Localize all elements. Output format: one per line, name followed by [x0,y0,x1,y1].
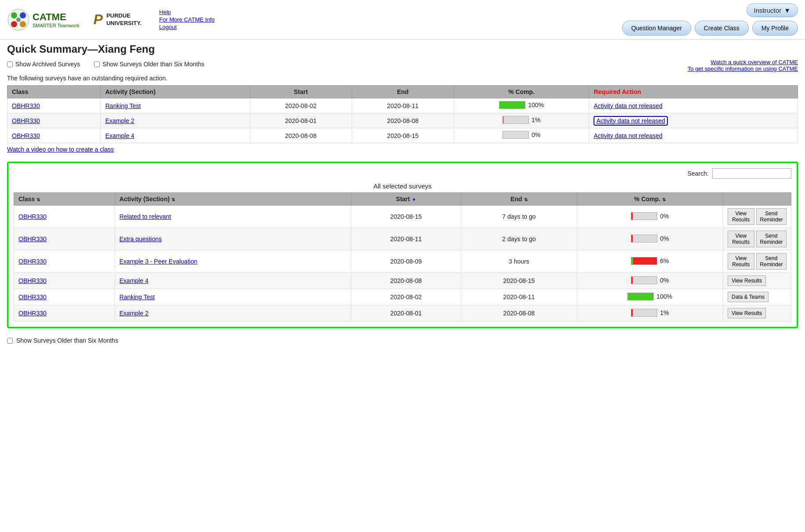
survey-class-link[interactable]: OBHR330 [18,258,47,265]
survey-row-pct: 1% [577,305,723,322]
watch-overview-link[interactable]: Watch a quick overview of CATME [688,59,798,65]
table-row-action: Activity data not released [589,98,798,113]
sort-icon-activity: ⇅ [171,197,175,202]
survey-row-actions: Data & Teams [723,289,791,305]
top-header: CATME SMARTER Teamwork P PURDUEUNIVERSIT… [0,0,805,40]
outstanding-table: Class Activity (Section) Start End % Com… [7,85,798,143]
survey-row-end: 2020-08-11 [461,289,577,305]
logout-link[interactable]: Logout [159,24,215,30]
survey-class-link[interactable]: OBHR330 [18,310,47,317]
action-button[interactable]: View Results [728,231,754,247]
help-link[interactable]: Help [159,9,215,15]
action-button[interactable]: Send Reminder [756,253,787,270]
table-row-activity: Ranking Test [101,98,250,113]
create-class-button[interactable]: Create Class [695,21,749,36]
action-link-circled[interactable]: Activity data not released [594,116,667,126]
survey-row-actions: View Results [723,305,791,322]
surveys-col-start[interactable]: Start ▼ [351,193,461,206]
action-link[interactable]: Activity data not released [594,102,662,109]
my-profile-button[interactable]: My Profile [752,21,798,36]
header-right: Instructor ▼ Question Manager Create Cla… [622,4,798,36]
instructor-dropdown[interactable]: Instructor ▼ [747,4,798,17]
action-button[interactable]: Data & Teams [728,292,769,302]
activity-link[interactable]: Example 2 [105,117,134,124]
survey-class-link[interactable]: OBHR330 [18,213,47,220]
table-row-pct: 1% [454,113,589,128]
surveys-col-actions [723,193,791,206]
class-link[interactable]: OBHR330 [12,102,40,109]
col-end: End [352,86,454,98]
activity-link[interactable]: Ranking Test [105,102,141,109]
table-row-start: 2020-08-08 [250,128,352,143]
survey-row-activity: Ranking Test [115,289,351,305]
specific-info-link[interactable]: To get specific information on using CAT… [688,65,798,72]
all-surveys-title: All selected surveys [14,182,791,190]
dropdown-arrow-icon: ▼ [784,7,790,14]
surveys-col-end[interactable]: End ⇅ [461,193,577,206]
survey-activity-link[interactable]: Example 2 [120,310,149,317]
col-class: Class [7,86,101,98]
surveys-col-class[interactable]: Class ⇅ [14,193,115,206]
logo-area: CATME SMARTER Teamwork P PURDUEUNIVERSIT… [7,8,215,31]
action-button[interactable]: View Results [728,275,766,286]
survey-row-actions: View ResultsSend Reminder [723,250,791,273]
action-button[interactable]: View Results [728,308,766,318]
survey-class-link[interactable]: OBHR330 [18,235,47,242]
svg-point-3 [11,21,17,27]
video-link[interactable]: Watch a video on how to create a class [7,146,798,153]
survey-activity-link[interactable]: Example 3 - Peer Evaluation [120,258,197,265]
action-button[interactable]: View Results [728,208,754,225]
question-manager-button[interactable]: Question Manager [622,21,691,36]
survey-row-activity: Extra questions [115,228,351,250]
catme-logo: CATME SMARTER Teamwork [7,8,80,31]
catme-title: CATME [33,11,80,23]
search-input[interactable] [712,168,791,179]
more-info-link[interactable]: For More CATME Info [159,16,215,23]
outstanding-section: The following surveys have an outstandin… [0,71,805,156]
survey-row-actions: View Results [723,273,791,289]
survey-class-link[interactable]: OBHR330 [18,293,47,300]
svg-point-4 [20,21,26,27]
header-buttons: Question Manager Create Class My Profile [622,21,798,36]
catme-subtitle: SMARTER Teamwork [33,23,80,28]
action-button[interactable]: Send Reminder [756,231,787,247]
purdue-p-logo: P [94,11,103,28]
footer-show-older-checkbox[interactable] [7,338,13,344]
filters-bar: Show Archived Surveys Show Surveys Older… [0,57,805,71]
purdue-area: P PURDUEUNIVERSITY. [94,11,142,28]
catme-logo-icon [7,8,30,31]
action-button[interactable]: View Results [728,253,754,270]
class-link[interactable]: OBHR330 [12,132,40,139]
activity-link[interactable]: Example 4 [105,132,134,139]
col-start: Start [250,86,352,98]
survey-row-end: 2 days to go [461,228,577,250]
survey-row-start: 2020-08-15 [351,206,461,228]
survey-activity-link[interactable]: Extra questions [120,235,162,242]
action-link[interactable]: Activity data not released [594,132,662,139]
table-row-action: Activity data not released [589,113,798,128]
survey-class-link[interactable]: OBHR330 [18,277,47,284]
show-older-checkbox[interactable] [94,62,100,67]
survey-row-class: OBHR330 [14,273,115,289]
surveys-table: Class ⇅ Activity (Section) ⇅ Start ▼ End… [14,192,791,322]
survey-row-class: OBHR330 [14,228,115,250]
survey-activity-link[interactable]: Example 4 [120,277,149,284]
survey-activity-link[interactable]: Ranking Test [120,293,155,300]
svg-point-1 [11,12,17,18]
col-activity: Activity (Section) [101,86,250,98]
survey-activity-link[interactable]: Related to relevant [120,213,171,220]
surveys-col-activity[interactable]: Activity (Section) ⇅ [115,193,351,206]
table-row-class: OBHR330 [7,98,101,113]
survey-row-pct: 100% [577,289,723,305]
show-older-label: Show Surveys Older than Six Months [102,61,204,68]
table-row-end: 2020-08-08 [352,113,454,128]
sort-icon-end: ⇅ [524,197,528,202]
survey-row-end: 2020-08-15 [461,273,577,289]
page-title: Quick Summary—Xiang Feng [7,43,798,55]
class-link[interactable]: OBHR330 [12,117,40,124]
survey-row-pct: 6% [577,250,723,273]
show-archived-checkbox[interactable] [7,62,13,67]
action-button[interactable]: Send Reminder [756,208,787,225]
table-row-pct: 0% [454,128,589,143]
surveys-col-pct[interactable]: % Comp. ⇅ [577,193,723,206]
